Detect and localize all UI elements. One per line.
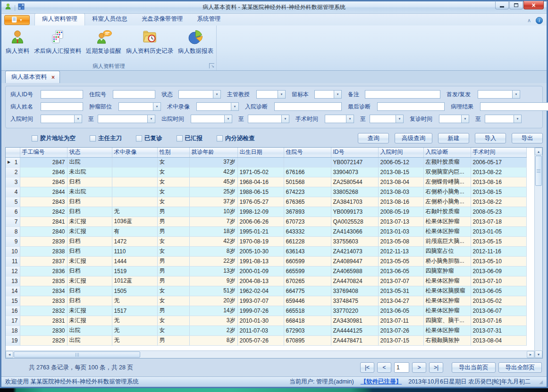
ribbon-tab-2[interactable]: 科室人员信息 (85, 13, 135, 25)
combo-arrow-icon[interactable]: ▼ (224, 115, 232, 123)
row-header[interactable]: 13 (6, 276, 20, 286)
checkbox-icon[interactable] (177, 135, 183, 142)
row-header[interactable]: 14 (6, 286, 20, 296)
layout-grid-icon[interactable] (18, 3, 25, 12)
table-row[interactable]: 82840未汇报有男18岁1995-01-21643332ZA414306620… (6, 226, 526, 236)
filter-input[interactable] (480, 102, 548, 111)
checkbox-filter-3[interactable]: 已复诊 (136, 134, 162, 142)
combo-arrow-icon[interactable]: ▼ (278, 91, 285, 98)
table-row[interactable]: 112837未汇报1444男22岁1991-08-13660599ZA40894… (6, 256, 526, 266)
column-header-5[interactable]: 就诊年龄 (189, 148, 237, 157)
ribbon-button-2[interactable]: 术后病人汇报资料 (32, 28, 84, 56)
column-header-6[interactable]: 出生日期 (237, 148, 284, 157)
resize-grip-icon[interactable]: ◢ (539, 379, 543, 384)
row-header[interactable]: 18 (6, 325, 20, 335)
statusbar-registered-link[interactable]: 【软件已注册】 (361, 378, 402, 386)
checkbox-filter-5[interactable]: 内分泌检查 (217, 134, 255, 142)
filter-combo[interactable]: ▼ (370, 115, 404, 123)
table-row[interactable]: 22846未出院女42岁1971-05-02676166339040732013… (6, 167, 526, 177)
table-row[interactable]: ▶12847出院女37岁YB00721472006-05-12左额叶胶质瘤200… (6, 157, 526, 167)
combo-arrow-icon[interactable]: ▼ (231, 103, 238, 110)
tab-close-icon[interactable]: × (51, 75, 55, 80)
filter-combo[interactable]: ▼ (478, 90, 520, 99)
row-header[interactable]: 9 (6, 236, 20, 246)
column-header-8[interactable]: ID号 (331, 148, 378, 157)
ribbon-button-1[interactable]: 病人资料 (3, 28, 32, 56)
combo-arrow-icon[interactable]: ▼ (213, 91, 220, 98)
advanced-query-button[interactable]: 高级查询 (395, 133, 432, 143)
filter-combo[interactable]: ▼ (191, 115, 232, 123)
table-row[interactable]: 122836归档1519男13岁2000-01-09665599ZA406598… (6, 266, 526, 276)
combo-arrow-icon[interactable]: ▼ (334, 91, 341, 98)
checkbox-icon[interactable] (217, 135, 223, 142)
filter-input[interactable] (113, 90, 155, 99)
row-header[interactable]: 11 (6, 256, 20, 266)
ribbon-tab-4[interactable]: 系统管理 (190, 13, 228, 25)
combo-arrow-icon[interactable]: ▼ (153, 103, 160, 110)
last-page-button[interactable]: >| (429, 362, 443, 373)
combo-arrow-icon[interactable]: ▼ (514, 115, 521, 123)
filter-combo[interactable]: ▼ (256, 90, 286, 99)
filter-combo[interactable]: ▼ (439, 115, 469, 123)
table-row[interactable]: 192829出院无男8岁2005-07-26670895ZA4478471201… (6, 335, 526, 345)
ribbon-tab-1[interactable]: 病人资料管理 (34, 13, 85, 25)
table-row[interactable]: 152833归档无女20岁1993-07-0765944633748475201… (6, 296, 526, 306)
combo-arrow-icon[interactable]: ▼ (396, 115, 403, 123)
row-header[interactable]: 5 (6, 197, 20, 207)
close-button[interactable]: × (523, 1, 544, 9)
first-page-button[interactable]: |< (360, 362, 374, 373)
combo-arrow-icon[interactable]: ▼ (346, 115, 354, 123)
filter-combo[interactable]: ▼ (314, 90, 342, 99)
filter-input[interactable] (377, 102, 445, 111)
scroll-down-button[interactable]: ▼ (535, 350, 542, 358)
maximize-button[interactable] (509, 1, 523, 9)
column-header-2[interactable]: 状态 (67, 148, 112, 157)
scroll-left-button[interactable]: ◄ (6, 351, 13, 358)
filter-combo[interactable]: ▼ (325, 115, 354, 123)
table-row[interactable]: 102838归档1110女8岁2005-10-30636143ZA4214073… (6, 246, 526, 256)
row-header[interactable]: 6 (6, 207, 20, 217)
row-header[interactable]: 19 (6, 335, 20, 345)
filter-input[interactable] (41, 90, 83, 99)
table-row[interactable]: 182830出院无女2岁2011-07-03672903ZA4444125201… (6, 325, 526, 335)
filter-combo[interactable]: ▼ (248, 115, 289, 123)
next-page-button[interactable]: > (412, 362, 426, 373)
checkbox-icon[interactable] (136, 135, 142, 142)
row-header[interactable]: 16 (6, 306, 20, 316)
column-header-1[interactable]: 手工编号 (20, 148, 67, 157)
row-header[interactable]: 12 (6, 266, 20, 276)
row-header[interactable]: 17 (6, 316, 20, 325)
collapse-ribbon-icon[interactable]: ∧ (527, 17, 531, 24)
filter-combo[interactable]: ▼ (196, 102, 239, 111)
column-header-3[interactable]: 术中录像 (112, 148, 157, 157)
new-button[interactable]: 新建 (438, 133, 469, 143)
filter-combo[interactable]: ▼ (98, 115, 155, 123)
row-header[interactable]: 8 (6, 226, 20, 236)
table-row[interactable]: 92839归档1472女42岁1970-08-19661228337556032… (6, 236, 526, 246)
filter-combo[interactable]: ▼ (485, 115, 522, 123)
application-menu-button[interactable]: ▾ (4, 15, 30, 25)
row-header[interactable]: 7 (6, 217, 20, 226)
table-row[interactable]: 172831未汇报无女3岁2010-01-30668418ZA343098120… (6, 316, 526, 325)
prev-page-button[interactable]: < (377, 362, 391, 373)
table-row[interactable]: 52843归档女37岁1976-05-27676365ZA38417032013… (6, 197, 526, 207)
ribbon-button-5[interactable]: 病人数据报表 (176, 28, 216, 56)
ribbon-button-3[interactable]: 近期复诊提醒 (84, 28, 124, 56)
filter-combo[interactable]: ▼ (118, 102, 161, 111)
row-header[interactable]: 4 (6, 187, 20, 197)
column-header-11[interactable]: 手术时间 (471, 148, 526, 157)
scroll-up-button[interactable]: ▲ (535, 148, 542, 155)
query-button[interactable]: 查询 (358, 133, 389, 143)
table-row[interactable]: 142834归档1505女51岁1962-02-0466477533769408… (6, 286, 526, 296)
table-row[interactable]: 72841未汇报1036蓝男7岁2006-06-26670723QA002552… (6, 217, 526, 226)
table-row[interactable]: 32845归档女45岁1968-04-16501568ZA25805442013… (6, 177, 526, 187)
export-button[interactable]: 导出 (512, 133, 543, 143)
row-header[interactable]: ▶1 (6, 157, 20, 167)
row-header[interactable]: 10 (6, 246, 20, 256)
table-row[interactable]: 62842归档无男10岁1998-12-09367893YB0099173200… (6, 207, 526, 217)
export-all-pages-button[interactable]: 导出全部页 (498, 362, 542, 373)
vertical-scrollbar-thumb[interactable] (535, 156, 542, 186)
checkbox-filter-4[interactable]: 已汇报 (177, 134, 203, 142)
table-row[interactable]: 132835未汇报1012蓝男9岁2004-08-13670265ZA44708… (6, 276, 526, 286)
checkbox-filter-2[interactable]: 主任主刀 (90, 134, 122, 142)
